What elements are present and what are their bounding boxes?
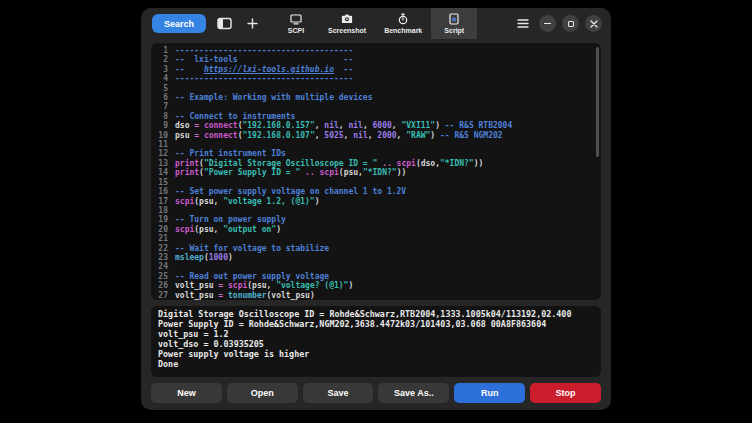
code-line: 19-- Turn on power supply <box>151 215 601 224</box>
action-bar: New Open Save Save As.. Run Stop <box>151 383 601 403</box>
code-text: ------------------------------------- <box>175 74 353 83</box>
code-line: 2-- lxi-tools -- <box>151 55 601 64</box>
code-line: 22-- Wait for voltage to stabilize <box>151 244 601 253</box>
minimize-icon <box>544 23 551 24</box>
console-output[interactable]: Digital Storage Oscilloscope ID = Rohde&… <box>151 306 601 377</box>
app-menu-button[interactable] <box>513 14 533 34</box>
search-button[interactable]: Search <box>152 14 206 33</box>
tab-label: Benchmark <box>384 27 422 34</box>
code-lines: 1-------------------------------------2-… <box>151 46 601 300</box>
run-button[interactable]: Run <box>454 383 525 403</box>
code-text: -- Wait for voltage to stabilize <box>175 244 329 253</box>
titlebar: Search SCPI <box>141 8 611 39</box>
line-number: 5 <box>151 84 168 93</box>
window-controls <box>513 14 602 34</box>
code-line: 17scpi(psu, "voltage 1.2, (@1)") <box>151 197 601 206</box>
code-text: msleep(1000) <box>175 253 233 262</box>
line-number: 24 <box>151 262 168 271</box>
tab-label: SCPI <box>288 27 304 34</box>
code-line: 15 <box>151 178 601 187</box>
save-button[interactable]: Save <box>303 383 374 403</box>
line-number: 8 <box>151 112 168 121</box>
code-text: scpi(psu, "voltage 1.2, (@1)") <box>175 197 320 206</box>
code-text: volt_psu = scpi(psu, "voltage? (@1)") <box>175 281 353 290</box>
code-line: 16-- Set power supply voltage on channel… <box>151 187 601 196</box>
save-as-button[interactable]: Save As.. <box>378 383 449 403</box>
tab-screenshot[interactable]: Screenshot <box>319 8 375 39</box>
code-text: volt_psu = tonumber(volt_psu) <box>175 291 315 300</box>
console-line: Done <box>158 359 594 369</box>
code-text: dso = connect("192.168.0.157", nil, nil,… <box>175 121 512 130</box>
code-line: 10psu = connect("192.168.0.107", 5025, n… <box>151 131 601 140</box>
tab-label: Screenshot <box>328 27 366 34</box>
code-text: print("Power Supply ID = " .. scpi(psu,"… <box>175 168 406 177</box>
script-icon <box>448 13 460 25</box>
line-number: 4 <box>151 74 168 83</box>
code-line: 8-- Connect to instruments <box>151 112 601 121</box>
line-number: 25 <box>151 272 168 281</box>
code-text: print("Digital Storage Oscilloscope ID =… <box>175 159 483 168</box>
code-text: ------------------------------------- <box>175 46 353 55</box>
code-text: -- Read out power supply voltage <box>175 272 329 281</box>
code-line: 23msleep(1000) <box>151 253 601 262</box>
tab-bar: SCPI Screenshot Benchmark <box>273 8 477 39</box>
line-number: 15 <box>151 178 168 187</box>
console-line: volt_dso = 0.03935205 <box>158 339 594 349</box>
close-button[interactable] <box>585 15 602 32</box>
line-number: 18 <box>151 206 168 215</box>
code-text: -- Print instrument IDs <box>175 149 286 158</box>
line-number: 21 <box>151 234 168 243</box>
plus-icon <box>247 18 258 29</box>
tab-script[interactable]: Script <box>431 8 477 39</box>
content-area: 1-------------------------------------2-… <box>141 39 611 410</box>
line-number: 26 <box>151 281 168 290</box>
minimize-button[interactable] <box>539 15 556 32</box>
stop-button[interactable]: Stop <box>530 383 601 403</box>
code-text: -- Connect to instruments <box>175 112 295 121</box>
new-tab-button[interactable] <box>242 14 262 34</box>
app-window: Search SCPI <box>141 8 611 410</box>
hamburger-menu-icon <box>517 19 529 28</box>
line-number: 17 <box>151 197 168 206</box>
code-text: scpi(psu, "output on") <box>175 225 281 234</box>
line-number: 14 <box>151 168 168 177</box>
code-line: 9dso = connect("192.168.0.157", nil, nil… <box>151 121 601 130</box>
code-line: 27volt_psu = tonumber(volt_psu) <box>151 291 601 300</box>
line-number: 1 <box>151 46 168 55</box>
sidebar-toggle-icon <box>217 17 232 30</box>
code-line: 4------------------------------------- <box>151 74 601 83</box>
script-editor[interactable]: 1-------------------------------------2-… <box>151 43 601 300</box>
code-line: 14print("Power Supply ID = " .. scpi(psu… <box>151 168 601 177</box>
code-line: 21 <box>151 234 601 243</box>
line-number: 19 <box>151 215 168 224</box>
code-line: 18 <box>151 206 601 215</box>
code-line: 6-- Example: Working with multiple devic… <box>151 93 601 102</box>
line-number: 20 <box>151 225 168 234</box>
code-line: 13print("Digital Storage Oscilloscope ID… <box>151 159 601 168</box>
line-number: 23 <box>151 253 168 262</box>
code-line: 1------------------------------------- <box>151 46 601 55</box>
maximize-button[interactable] <box>562 15 579 32</box>
line-number: 27 <box>151 291 168 300</box>
code-text: -- Turn on power supply <box>175 215 286 224</box>
tab-label: Script <box>444 27 464 34</box>
code-line: 26volt_psu = scpi(psu, "voltage? (@1)") <box>151 281 601 290</box>
camera-icon <box>341 13 353 25</box>
editor-scrollbar[interactable] <box>596 47 599 157</box>
console-line: Power Supply ID = Rohde&Schwarz,NGM202,3… <box>158 319 594 329</box>
close-icon <box>590 20 598 28</box>
tab-scpi[interactable]: SCPI <box>273 8 319 39</box>
code-text: -- Set power supply voltage on channel 1… <box>175 187 406 196</box>
console-line: Digital Storage Oscilloscope ID = Rohde&… <box>158 309 594 319</box>
open-button[interactable]: Open <box>227 383 298 403</box>
code-text: psu = connect("192.168.0.107", 5025, nil… <box>175 131 503 140</box>
line-number: 10 <box>151 131 168 140</box>
line-number: 7 <box>151 102 168 111</box>
line-number: 13 <box>151 159 168 168</box>
code-line: 3-- https://lxi-tools.github.io -- <box>151 65 601 74</box>
tab-benchmark[interactable]: Benchmark <box>375 8 431 39</box>
sidebar-toggle-button[interactable] <box>214 14 234 34</box>
new-button[interactable]: New <box>151 383 222 403</box>
maximize-icon <box>568 21 574 27</box>
console-line: volt_psu = 1.2 <box>158 329 594 339</box>
